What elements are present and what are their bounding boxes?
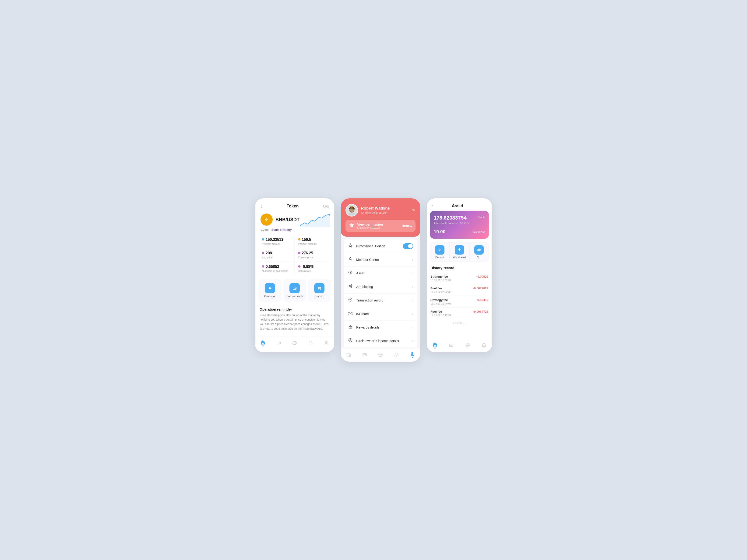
renew-button[interactable]: Renew <box>402 224 412 228</box>
withdrawal-button[interactable]: Withdrawal <box>449 242 469 262</box>
menu-item-member[interactable]: Member Centre › <box>344 253 417 266</box>
mini-chart <box>300 213 330 227</box>
action-row: One shot Sell currency <box>255 275 334 304</box>
svg-point-33 <box>411 352 413 354</box>
edit-icon[interactable]: ✎ <box>412 208 415 213</box>
stat-label: Position amount <box>262 242 291 245</box>
history-item-left: Strategy fee 10.09.22 10:52:32 <box>431 275 451 282</box>
nav-profile[interactable] <box>324 341 329 346</box>
profile-text: Robert Watkins ID: robert@gmail.com <box>361 206 390 214</box>
stat-value: 208 <box>266 251 272 255</box>
nav-globe[interactable] <box>465 343 470 348</box>
withdrawal-icon <box>455 245 464 255</box>
history-amount: -0.0064728 <box>473 310 488 313</box>
stat-value: 150.33513 <box>266 238 283 242</box>
nav-home[interactable] <box>346 352 351 357</box>
professional-toggle[interactable] <box>403 243 413 249</box>
indicator-icon <box>298 265 301 268</box>
action-label: Sell currency <box>286 295 303 298</box>
svg-point-6 <box>320 289 321 290</box>
sync-tag[interactable]: Sync Strategy <box>272 228 292 232</box>
profile-card: Robert Watkins ID: robert@gmail.com ✎ Vi… <box>341 198 420 237</box>
bottom-nav <box>255 337 334 350</box>
svg-marker-1 <box>300 214 330 227</box>
tag-row: Cycle Sync Strategy <box>255 226 334 235</box>
screen2-profile: Robert Watkins ID: robert@gmail.com ✎ Vi… <box>341 198 420 362</box>
nav-trade[interactable] <box>449 343 454 348</box>
history-name: Strategy fee <box>431 275 451 278</box>
nav-globe[interactable] <box>292 341 297 346</box>
arrow-icon: › <box>412 312 413 316</box>
indicator-icon <box>298 238 301 241</box>
rewards-icon <box>348 324 353 330</box>
menu-item-circle[interactable]: Circle owner`s income details › <box>344 334 417 348</box>
menu-item-team[interactable]: 83 Team › <box>344 307 417 321</box>
menu-item-rewards[interactable]: Rewards details › <box>344 321 417 334</box>
screen3-header: ‹ Asset <box>427 198 492 211</box>
sell-currency-button[interactable]: Sell currency <box>283 279 306 302</box>
member-icon <box>348 257 353 263</box>
stat-call-margin: 0.65852 Numbers of call margin <box>259 262 294 275</box>
professional-icon <box>348 243 353 249</box>
menu-item-professional[interactable]: Professional Edition <box>344 239 417 253</box>
menu-left: Circle owner`s income details <box>348 338 399 344</box>
nav-trade[interactable] <box>276 341 281 346</box>
svg-point-19 <box>349 286 350 287</box>
svg-point-5 <box>319 289 319 290</box>
stat-label: Position quantity <box>298 242 328 245</box>
permission-bar: View permission Expires on 11.12.22 Rene… <box>345 220 415 232</box>
nav-bell[interactable] <box>394 352 399 357</box>
stat-avg-price: 208 Avg price <box>259 248 294 262</box>
stat-value: 0.65852 <box>266 265 279 269</box>
menu-item-transaction[interactable]: Transaction record › <box>344 294 417 307</box>
svg-line-22 <box>350 285 351 286</box>
nav-home-active[interactable] <box>432 342 437 349</box>
screens-container: ‹ Token Log BNB/USDT <box>255 198 492 362</box>
one-shot-button[interactable]: One shot <box>259 279 281 302</box>
menu-left: 83 Team <box>348 311 368 317</box>
history-name: Fuel fee <box>431 287 451 290</box>
menu-label: Circle owner`s income details <box>356 339 399 343</box>
cycle-tag[interactable]: Cycle <box>260 228 269 232</box>
svg-rect-34 <box>438 251 441 251</box>
profile-name: Robert Watkins <box>361 206 390 211</box>
action-label: Tr... <box>477 256 481 259</box>
nav-profile-active[interactable] <box>410 351 415 358</box>
arrow-icon: › <box>412 285 413 289</box>
stat-label: Return rate <box>298 269 328 272</box>
screen1-header: ‹ Token Log <box>255 198 334 211</box>
log-button[interactable]: Log <box>323 205 329 208</box>
nav-trade[interactable] <box>362 352 367 357</box>
back-button[interactable]: ‹ <box>431 204 433 208</box>
menu-item-api[interactable]: API binding › <box>344 280 417 294</box>
menu-label: Professional Edition <box>356 244 385 248</box>
nav-bell[interactable] <box>308 341 313 346</box>
history-date: 11.09.22 21:40:05 <box>431 302 451 305</box>
nav-active-dot <box>434 347 436 349</box>
menu-left: Transaction record <box>348 297 383 303</box>
indicator-icon <box>262 265 264 268</box>
menu-label: Asset <box>356 271 364 275</box>
action-label: Buy s... <box>315 295 324 298</box>
stat-position-amount: 150.33513 Position amount <box>259 235 294 248</box>
menu-label: Member Centre <box>356 258 379 262</box>
transfer-icon <box>474 245 484 255</box>
history-item: Strategy fee 10.09.22 10:52:32 -0.00522 <box>431 272 488 284</box>
history-amount: -0.00522 <box>476 275 488 278</box>
arrow-icon: › <box>412 325 413 329</box>
nav-bell[interactable] <box>481 343 487 348</box>
buy-button[interactable]: Buy s... <box>308 279 331 302</box>
nav-globe[interactable] <box>378 352 383 357</box>
menu-label: Rewards details <box>356 325 380 329</box>
nav-home[interactable] <box>260 340 265 347</box>
svg-point-26 <box>349 312 350 313</box>
screen2-bottom-nav <box>341 348 420 362</box>
stat-current-price: 276.25 Current price <box>295 248 331 262</box>
history-name: Fuel fee <box>431 310 451 313</box>
back-button[interactable]: ‹ <box>260 204 262 209</box>
deposit-button[interactable]: Deposit <box>430 242 449 262</box>
transfer-button[interactable]: Tr... <box>469 242 489 262</box>
indicator-icon <box>262 252 264 254</box>
coin-name: BNB/USDT <box>276 217 300 222</box>
menu-item-asset[interactable]: Asset › <box>344 266 417 280</box>
